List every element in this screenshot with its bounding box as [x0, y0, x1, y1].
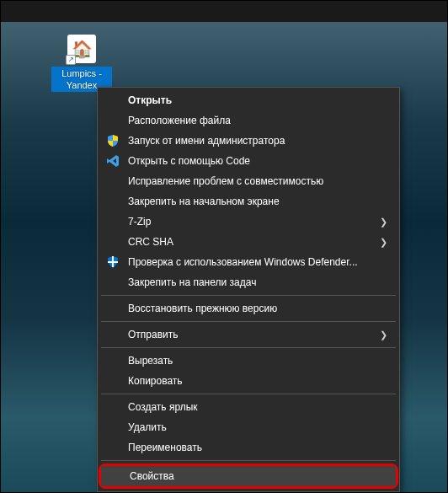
- menu-label: 7-Zip: [128, 216, 374, 228]
- menu-separator: [101, 394, 396, 394]
- menu-label: CRC SHA: [128, 236, 374, 248]
- desktop[interactable]: 🏠 ↗ Lumpics - Yandex Открыть Расположени…: [1, 1, 447, 492]
- highlight-annotation: Свойства: [99, 464, 398, 489]
- menu-item-7zip[interactable]: 7-Zip ❯: [99, 212, 397, 232]
- menu-item-pin-to-start[interactable]: Закрепить на начальном экране: [99, 191, 397, 212]
- context-menu: Открыть Расположение файла Запуск от име…: [97, 87, 400, 492]
- shortcut-icon: 🏠 ↗: [67, 35, 96, 63]
- menu-label: Удалить: [128, 421, 374, 433]
- desktop-shortcut-lumpics-yandex[interactable]: 🏠 ↗ Lumpics - Yandex: [51, 35, 112, 92]
- chevron-right-icon: ❯: [380, 330, 387, 340]
- desktop-dark-strip: [1, 1, 447, 22]
- menu-label: Копировать: [128, 375, 374, 387]
- menu-item-delete[interactable]: Удалить: [99, 417, 397, 437]
- defender-shield-icon: [105, 255, 120, 270]
- svg-rect-1: [108, 261, 118, 263]
- menu-label: Переименовать: [128, 442, 374, 453]
- menu-item-troubleshoot-compat[interactable]: Исправление проблем с совместимостью: [99, 171, 397, 191]
- menu-item-run-as-admin[interactable]: Запуск от имени администратора: [99, 131, 397, 151]
- menu-label: Исправление проблем с совместимостью: [128, 175, 374, 187]
- menu-item-crc-sha[interactable]: CRC SHA ❯: [99, 232, 397, 252]
- chevron-right-icon: ❯: [380, 217, 387, 228]
- menu-item-restore-previous[interactable]: Восстановить прежнюю версию: [99, 298, 397, 319]
- menu-label: Открыть: [128, 94, 374, 106]
- menu-item-copy[interactable]: Копировать: [99, 371, 397, 391]
- menu-item-send-to[interactable]: Отправить ❯: [99, 324, 397, 345]
- menu-item-open-with-code[interactable]: Открыть с помощью Code: [99, 151, 397, 171]
- menu-item-scan-defender[interactable]: Проверка с использованием Windows Defend…: [99, 252, 397, 272]
- menu-label: Запуск от имени администратора: [128, 135, 374, 147]
- shortcut-arrow-icon: ↗: [66, 55, 76, 65]
- menu-item-rename[interactable]: Переименовать: [99, 437, 397, 458]
- menu-item-create-shortcut[interactable]: Создать ярлык: [99, 397, 397, 417]
- menu-item-pin-to-taskbar[interactable]: Закрепить на панели задач: [99, 272, 397, 292]
- menu-label: Вырезать: [128, 355, 374, 367]
- menu-label: Закрепить на начальном экране: [128, 196, 374, 207]
- menu-label: Проверка с использованием Windows Defend…: [128, 256, 374, 268]
- menu-separator: [101, 321, 396, 322]
- menu-label: Открыть с помощью Code: [128, 155, 374, 167]
- menu-label: Закрепить на панели задач: [128, 276, 374, 288]
- menu-item-properties[interactable]: Свойства: [101, 466, 396, 486]
- menu-item-open[interactable]: Открыть: [99, 90, 397, 110]
- menu-label: Отправить: [128, 329, 374, 340]
- menu-label: Свойства: [130, 470, 372, 482]
- menu-label: Создать ярлык: [128, 401, 374, 413]
- chevron-right-icon: ❯: [380, 237, 387, 248]
- menu-item-cut[interactable]: Вырезать: [99, 351, 397, 371]
- menu-separator: [101, 460, 396, 461]
- menu-separator: [101, 295, 396, 296]
- vscode-icon: [105, 153, 120, 169]
- menu-item-file-location[interactable]: Расположение файла: [99, 110, 397, 131]
- menu-separator: [101, 347, 396, 348]
- menu-label: Восстановить прежнюю версию: [128, 303, 374, 314]
- menu-label: Расположение файла: [128, 115, 374, 126]
- shield-icon: [105, 133, 120, 148]
